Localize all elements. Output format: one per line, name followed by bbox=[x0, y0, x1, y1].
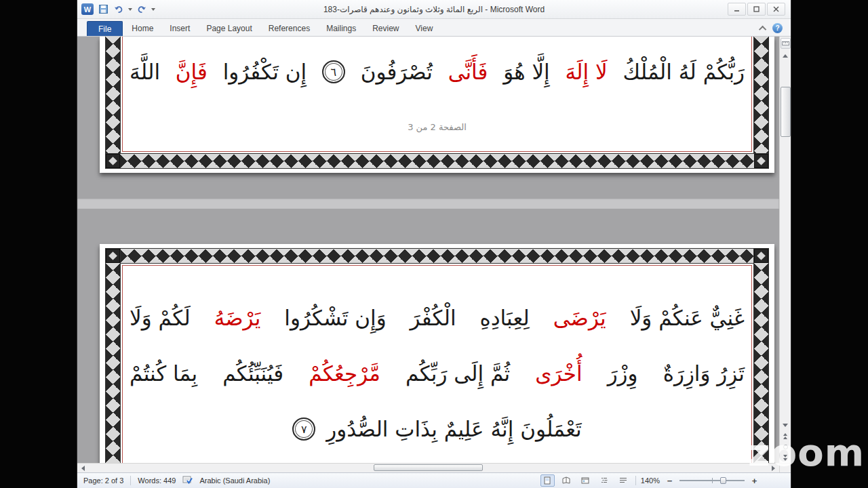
zoom-level[interactable]: 140% bbox=[641, 476, 660, 485]
tab-review[interactable]: Review bbox=[365, 21, 406, 36]
tab-insert[interactable]: Insert bbox=[162, 21, 197, 36]
tab-home[interactable]: Home bbox=[124, 21, 161, 36]
undo-icon bbox=[114, 5, 123, 14]
page-content: غَنِيٌّ عَنكُمْ وَلَا يَرْضَى لِعِبَادِه… bbox=[130, 290, 745, 457]
minimize-icon bbox=[734, 6, 740, 12]
window-controls bbox=[728, 3, 791, 16]
quran-text-segment: فَإِنَّ bbox=[176, 60, 208, 84]
quran-line: تَعْمَلُونَ إِنَّهُ عَلِيمٌ بِذَاتِ الصُ… bbox=[130, 401, 745, 457]
horizontal-scroll-track[interactable] bbox=[89, 464, 768, 472]
quran-text-segment: ثُمَّ إِلَى رَبِّكُم bbox=[406, 361, 510, 386]
scroll-left-button[interactable] bbox=[77, 464, 89, 472]
quran-line: رَبُّكُمْ لَهُ الْمُلْكُ لَا إِلَهَ إِلَ… bbox=[130, 47, 745, 96]
quran-text-segment: إِلَّا هُوَ bbox=[503, 60, 550, 84]
web-layout-icon bbox=[581, 476, 589, 485]
view-full-screen-reading-button[interactable] bbox=[559, 474, 574, 487]
quran-text-segment: إِن تَكْفُرُوا bbox=[223, 60, 307, 84]
border-corner-ornament bbox=[754, 154, 768, 168]
left-arrow-icon bbox=[81, 466, 85, 471]
vertical-scrollbar[interactable] bbox=[779, 37, 791, 463]
outline-view-icon bbox=[600, 476, 608, 485]
page-indicator[interactable]: Page: 2 of 3 bbox=[83, 476, 123, 485]
repeat-button[interactable] bbox=[136, 3, 148, 16]
undo-dropdown-caret[interactable] bbox=[128, 8, 132, 11]
border-corner-ornament bbox=[106, 249, 120, 263]
customize-qat-caret[interactable] bbox=[151, 8, 155, 11]
zoom-slider[interactable] bbox=[679, 476, 745, 485]
ruler-toggle-button[interactable] bbox=[781, 38, 791, 49]
zoom-watermark: zoom bbox=[748, 430, 865, 474]
word-count[interactable]: Words: 449 bbox=[138, 476, 176, 485]
zoom-out-button[interactable]: − bbox=[665, 476, 675, 485]
tab-page-layout[interactable]: Page Layout bbox=[199, 21, 259, 36]
border-corner-ornament bbox=[106, 154, 120, 168]
document-page-3[interactable]: غَنِيٌّ عَنكُمْ وَلَا يَرْضَى لِعِبَادِه… bbox=[100, 244, 774, 463]
draft-view-icon bbox=[619, 476, 627, 485]
scroll-down-button[interactable] bbox=[780, 420, 791, 430]
close-button[interactable] bbox=[767, 3, 785, 16]
print-layout-icon bbox=[543, 476, 551, 485]
document-page-2[interactable]: رَبُّكُمْ لَهُ الْمُلْكُ لَا إِلَهَ إِلَ… bbox=[100, 37, 774, 173]
undo-button[interactable] bbox=[113, 3, 125, 16]
quran-text-segment: مَّرْجِعُكُمْ bbox=[309, 361, 380, 386]
tab-mailings[interactable]: Mailings bbox=[319, 21, 363, 36]
language-indicator[interactable]: Arabic (Saudi Arabia) bbox=[199, 476, 270, 485]
help-button[interactable]: ? bbox=[772, 23, 783, 33]
maximize-icon bbox=[753, 6, 760, 12]
vertical-scroll-thumb[interactable] bbox=[781, 87, 791, 137]
quran-text-segment: فَيُنَبِّئُكُم bbox=[222, 361, 283, 386]
tab-file[interactable]: File bbox=[87, 21, 123, 36]
page-border-ornament bbox=[106, 249, 768, 263]
quran-text-segment: يَرْضَى bbox=[553, 306, 606, 330]
verse-number: ٦ bbox=[331, 66, 337, 79]
quran-text-segment: أُخْرَى bbox=[535, 361, 582, 386]
separator bbox=[130, 476, 131, 485]
quran-text-segment: غَنِيٌّ عَنكُمْ وَلَا bbox=[630, 306, 745, 330]
word-window: W bbox=[77, 0, 791, 488]
verse-marker-7: ٧ bbox=[292, 418, 315, 441]
quran-text-segment: فَأَنَّى bbox=[448, 60, 488, 84]
horizontal-scroll-thumb[interactable] bbox=[374, 464, 482, 471]
quran-text-segment: الْكُفْرَ bbox=[410, 306, 456, 330]
word-app-icon[interactable]: W bbox=[81, 3, 94, 15]
proofing-book-check-icon bbox=[182, 475, 193, 485]
verse-marker-6: ٦ bbox=[322, 60, 345, 83]
save-icon bbox=[99, 5, 108, 14]
separator bbox=[635, 476, 636, 485]
view-web-layout-button[interactable] bbox=[578, 474, 593, 487]
horizontal-scrollbar[interactable] bbox=[77, 463, 791, 472]
up-arrow-icon bbox=[783, 54, 788, 58]
quran-line: غَنِيٌّ عَنكُمْ وَلَا يَرْضَى لِعِبَادِه… bbox=[130, 290, 745, 346]
page-border-ornament bbox=[106, 154, 768, 168]
quran-text-segment: رَبُّكُمْ لَهُ الْمُلْكُ bbox=[623, 60, 745, 84]
verse-number: ٧ bbox=[301, 423, 307, 436]
tab-view[interactable]: View bbox=[408, 21, 441, 36]
quran-line: تَزِرُ وَازِرَةٌ وِزْرَ أُخْرَى ثُمَّ إِ… bbox=[130, 346, 745, 401]
scroll-up-button[interactable] bbox=[780, 50, 791, 61]
proofing-status-button[interactable] bbox=[182, 475, 193, 486]
document-area: رَبُّكُمْ لَهُ الْمُلْكُ لَا إِلَهَ إِلَ… bbox=[77, 37, 791, 463]
quran-text-segment: وَإِن تَشْكُرُوا bbox=[284, 306, 386, 330]
quran-text-segment: لَكُمْ وَلَا bbox=[130, 306, 191, 330]
tab-references[interactable]: References bbox=[261, 21, 317, 36]
letterbox-right bbox=[791, 0, 868, 488]
close-icon bbox=[773, 6, 779, 12]
page-border-ornament bbox=[106, 37, 120, 168]
minimize-button[interactable] bbox=[728, 3, 746, 16]
down-arrow-icon bbox=[783, 424, 788, 427]
maximize-button[interactable] bbox=[747, 3, 766, 16]
ruler-icon bbox=[782, 41, 789, 46]
vertical-scroll-track[interactable] bbox=[780, 61, 791, 420]
minimize-ribbon-chevron-icon[interactable] bbox=[759, 25, 766, 33]
view-draft-button[interactable] bbox=[616, 474, 631, 487]
view-outline-button[interactable] bbox=[597, 474, 612, 487]
quran-text-segment: تُصْرَفُونَ bbox=[361, 60, 433, 84]
save-button[interactable] bbox=[97, 3, 109, 16]
full-screen-reading-icon bbox=[562, 476, 570, 485]
zoom-slider-thumb[interactable] bbox=[720, 477, 726, 484]
quran-text-segment: بِمَا كُنتُمْ bbox=[130, 361, 197, 386]
letterbox-left bbox=[0, 0, 77, 488]
view-print-layout-button[interactable] bbox=[540, 474, 555, 487]
ribbon-tab-bar: File Home Insert Page Layout References … bbox=[77, 19, 791, 37]
zoom-in-button[interactable]: + bbox=[749, 476, 760, 485]
